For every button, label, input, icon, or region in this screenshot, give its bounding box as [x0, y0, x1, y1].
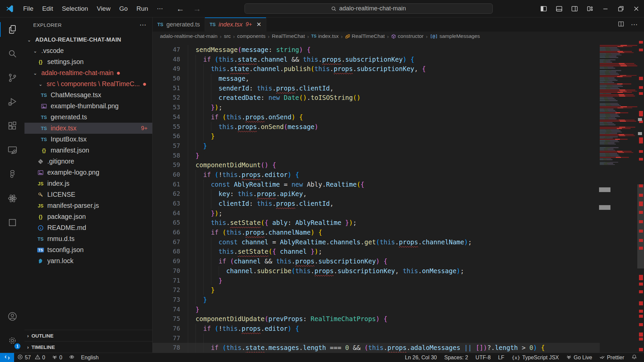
breadcrumb-item[interactable]: [@]sampleMessages: [430, 33, 480, 39]
back-arrow-icon[interactable]: ←: [176, 4, 184, 13]
menu-edit[interactable]: Edit: [38, 3, 58, 14]
tree-item[interactable]: TStsconfig.json: [24, 244, 152, 255]
code-line-65[interactable]: 65this.setState({ ably: AblyRealtime });: [153, 218, 600, 228]
activitybar-react-icon[interactable]: [0, 186, 24, 210]
tree-item[interactable]: TSgenerated.ts: [24, 112, 152, 123]
statusbar-preview[interactable]: [66, 353, 78, 362]
code-line-50[interactable]: 50message,: [153, 74, 600, 83]
breadcrumb-item[interactable]: adalo-realtime-chat-main: [160, 33, 217, 39]
tab-index.tsx[interactable]: TSindex.tsx9+✕: [205, 17, 266, 32]
code-line-51[interactable]: 51senderId: this.props.clientId,: [153, 83, 600, 93]
customize-layout-icon[interactable]: [582, 0, 598, 17]
code-line-55[interactable]: 55this.props.onSend(message): [153, 122, 600, 132]
statusbar-go-live[interactable]: Go Live: [562, 354, 596, 361]
code-line-78[interactable]: 78if (this.state.messages.length === 0 &…: [153, 343, 600, 353]
code-line-66[interactable]: 66if (this.props.channelName) {: [153, 228, 600, 237]
tab-generated.ts[interactable]: TSgenerated.ts: [153, 17, 205, 32]
code-line-70[interactable]: 70channel.subscribe(this.props.subscript…: [153, 266, 600, 276]
code-line-60[interactable]: 60if (!this.props.editor) {: [153, 170, 600, 180]
code-line-59[interactable]: 59componentDidMount() {: [153, 160, 600, 170]
tree-item[interactable]: TSChatMessage.tsx: [24, 89, 152, 101]
tree-item[interactable]: ⌄adalo-realtime-chat-main●: [24, 67, 152, 78]
menu-run[interactable]: Run: [132, 3, 153, 14]
activitybar-custom-square-icon[interactable]: [0, 210, 24, 235]
editor-more-actions-icon[interactable]: ⋯: [631, 20, 638, 28]
tree-item[interactable]: ⌄.vscode: [24, 45, 152, 56]
tree-root-folder[interactable]: ⌄ADALO-REALTIME-CHAT-MAIN: [24, 34, 152, 45]
code-line-75[interactable]: 75componentDidUpdate(prevProps: RealTime…: [153, 314, 600, 324]
minimap[interactable]: [600, 45, 637, 165]
tree-item[interactable]: README.md: [24, 222, 152, 233]
code-line-54[interactable]: 54if (this.props.onSend) {: [153, 112, 600, 122]
statusbar-problems[interactable]: 570: [14, 353, 49, 362]
menu-view[interactable]: View: [93, 3, 115, 14]
code-line-72[interactable]: 72}: [153, 285, 600, 295]
code-line-57[interactable]: 57}: [153, 141, 600, 151]
code-line-68[interactable]: 68this.setState({ channel });: [153, 247, 600, 256]
code-line-56[interactable]: 56}: [153, 131, 600, 141]
statusbar-language-indicator[interactable]: English: [78, 353, 102, 362]
code-line-61[interactable]: 61const AblyRealtime = new Ably.Realtime…: [153, 180, 600, 189]
scrollbar-thumb[interactable]: [637, 184, 644, 268]
remote-indicator[interactable]: [0, 353, 14, 362]
code-line-62[interactable]: 62key: this.props.apiKey,: [153, 189, 600, 199]
activitybar-accounts-icon[interactable]: [0, 304, 24, 328]
code-line-63[interactable]: 63clientId: this.props.clientId,: [153, 199, 600, 208]
code-line-58[interactable]: 58}: [153, 151, 600, 161]
tree-item[interactable]: {}package.json: [24, 211, 152, 222]
breadcrumb-item[interactable]: constructor: [391, 33, 424, 39]
code-line-52[interactable]: 52createdDate: new Date().toISOString(): [153, 93, 600, 103]
statusbar-language-mode[interactable]: {x}TypeScript JSX: [508, 355, 563, 361]
tree-item[interactable]: JSmanifest-parser.js: [24, 200, 152, 211]
activitybar-source-control-icon[interactable]: [0, 66, 24, 90]
tree-item[interactable]: LICENSE: [24, 189, 152, 200]
statusbar-eol[interactable]: LF: [494, 355, 508, 361]
tree-item[interactable]: example-logo.png: [24, 167, 152, 178]
menu-file[interactable]: File: [19, 3, 38, 14]
statusbar-ports[interactable]: 0: [49, 353, 66, 362]
toggle-secondary-sidebar-icon[interactable]: [567, 0, 582, 17]
activitybar-search-icon[interactable]: [0, 42, 24, 66]
activitybar-settings-icon[interactable]: 1: [0, 328, 24, 353]
overview-ruler[interactable]: [637, 41, 644, 353]
statusbar-notifications[interactable]: [628, 354, 641, 361]
code-line-67[interactable]: 67const channel = AblyRealtime.channels.…: [153, 237, 600, 247]
activitybar-extensions-icon[interactable]: [0, 114, 24, 138]
breadcrumb-item[interactable]: RealTimeChat: [272, 33, 305, 39]
code-line-48[interactable]: 48if (this.state.channel && this.props.s…: [153, 55, 600, 64]
restore-button[interactable]: [613, 0, 629, 17]
code-line-69[interactable]: 69if (channel && this.props.subscription…: [153, 256, 600, 266]
tree-item[interactable]: JSindex.js: [24, 178, 152, 189]
activitybar-figma-icon[interactable]: [0, 162, 24, 186]
forward-arrow-icon[interactable]: →: [193, 4, 201, 13]
activitybar-remote-explorer-icon[interactable]: [0, 138, 24, 162]
menu-[interactable]: ⋯: [153, 3, 168, 14]
code-line-64[interactable]: 64});: [153, 208, 600, 218]
tree-item[interactable]: .gitignore: [24, 156, 152, 167]
close-tab-icon[interactable]: ✕: [256, 21, 261, 28]
toggle-sidebar-icon[interactable]: [536, 0, 551, 17]
activitybar-run-debug-icon[interactable]: [0, 90, 24, 114]
tree-item[interactable]: yarn.lock: [24, 255, 152, 266]
tree-item[interactable]: TSInputBox.tsx: [24, 134, 152, 145]
statusbar-cursor-position[interactable]: Ln 26, Col 30: [401, 355, 440, 361]
tree-item[interactable]: TSrnmu.d.ts: [24, 233, 152, 244]
breadcrumb[interactable]: adalo-realtime-chat-main›src›components›…: [153, 32, 644, 41]
tree-item[interactable]: TSindex.tsx9+: [24, 123, 152, 134]
explorer-more-actions-icon[interactable]: ⋯: [140, 21, 147, 29]
close-button[interactable]: [629, 0, 644, 17]
code-line-49[interactable]: 49this.state.channel.publish(this.props.…: [153, 64, 600, 74]
code-editor[interactable]: 47sendMessage(message: string) {48if (th…: [153, 41, 644, 353]
toggle-panel-icon[interactable]: [551, 0, 567, 17]
code-line-74[interactable]: 74}: [153, 305, 600, 314]
code-line-47[interactable]: 47sendMessage(message: string) {: [153, 45, 600, 55]
menu-selection[interactable]: Selection: [57, 3, 92, 14]
breadcrumb-item[interactable]: TSindex.tsx: [311, 33, 339, 39]
statusbar-prettier[interactable]: Prettier: [596, 354, 628, 361]
command-center-search[interactable]: adalo-realtime-chat-main: [245, 3, 493, 14]
code-line-73[interactable]: 73}: [153, 295, 600, 305]
breadcrumb-item[interactable]: src: [224, 33, 231, 39]
statusbar-indentation[interactable]: Spaces: 2: [440, 355, 472, 361]
activitybar-explorer-icon[interactable]: [0, 17, 24, 42]
split-editor-icon[interactable]: [618, 21, 624, 28]
